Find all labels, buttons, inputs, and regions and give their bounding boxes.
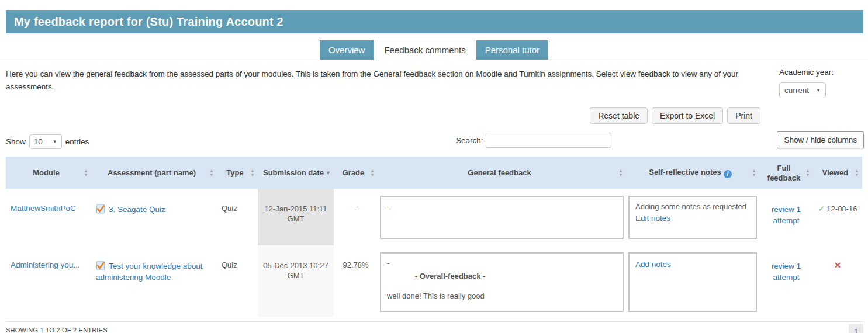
viewed-check-icon: ✓: [818, 204, 825, 213]
col-header-submission-date[interactable]: Submission date ▼: [258, 157, 334, 189]
add-notes-link[interactable]: Add notes: [635, 259, 750, 270]
general-feedback-cell: - - Overall-feedback - well done! This i…: [378, 245, 626, 317]
notes-text: Adding some notes as requested: [635, 202, 750, 212]
chevron-down-icon: ▼: [53, 139, 57, 144]
table-controls: Show 10 ▼ entries Search: Show / hide co…: [0, 127, 868, 154]
tab-bar: Overview Feedback comments Personal tuto…: [0, 40, 868, 60]
assessment-link[interactable]: 3. Seagate Quiz: [109, 205, 165, 214]
academic-year-block: Academic year: current ▼: [779, 68, 862, 98]
full-feedback-cell: review 1 attempt: [759, 245, 813, 317]
table-header-row: Module ▲▼ Assessment (part name) ▲▼ Type…: [6, 157, 862, 189]
search-label: Search:: [456, 136, 483, 145]
grade-cell: 92.78%: [334, 245, 378, 317]
pagination-page-1[interactable]: 1: [849, 324, 863, 333]
sort-icon: ▲▼: [209, 169, 214, 177]
sort-icon: ▲▼: [855, 169, 859, 177]
page-title: My feedback report for (Stu) Training Ac…: [6, 10, 863, 33]
col-header-full-feedback[interactable]: Full feedback ▲▼: [759, 157, 813, 189]
assessment-link[interactable]: Test your knowledge about administering …: [96, 262, 203, 282]
reset-table-button[interactable]: Reset table: [590, 107, 648, 124]
entries-per-page-select[interactable]: 10 ▼: [29, 134, 62, 149]
intro-section: Here you can view the general feedback f…: [0, 60, 868, 98]
search-input[interactable]: [486, 133, 611, 148]
info-icon[interactable]: i: [724, 170, 732, 178]
review-attempt-link[interactable]: review 1 attempt: [772, 262, 801, 282]
module-link[interactable]: MatthewSmithPoC: [11, 204, 76, 213]
table-toolbar: Reset table Export to Excel Print: [0, 107, 868, 124]
type-cell: Quiz: [217, 189, 258, 245]
not-viewed-cross-icon: ✕: [834, 261, 841, 270]
page-description: Here you can view the general feedback f…: [6, 68, 763, 98]
full-feedback-cell: review 1 attempt: [759, 189, 813, 245]
general-feedback-box: -: [380, 196, 624, 239]
show-hide-columns-button[interactable]: Show / hide columns: [777, 131, 864, 148]
assessment-cell: Test your knowledge about administering …: [91, 245, 217, 317]
quiz-icon: [96, 261, 106, 270]
viewed-cell: ✓12-08-16: [813, 189, 862, 245]
sort-icon: ▲▼: [805, 169, 810, 177]
sort-desc-icon: ▼: [326, 168, 331, 178]
search-control: Search:: [456, 133, 611, 148]
feedback-body-text: well done! This is really good: [387, 291, 617, 301]
general-feedback-box: - - Overall-feedback - well done! This i…: [380, 252, 624, 312]
tab-personal-tutor[interactable]: Personal tutor: [476, 40, 548, 60]
edit-notes-link[interactable]: Edit notes: [635, 213, 750, 224]
show-label: Show: [6, 137, 26, 146]
general-feedback-cell: -: [378, 189, 626, 245]
entries-label: entries: [65, 137, 89, 146]
chevron-down-icon: ▼: [816, 88, 821, 93]
overall-feedback-heading: - Overall-feedback -: [387, 271, 513, 282]
col-header-assessment[interactable]: Assessment (part name) ▲▼: [91, 157, 217, 189]
assessment-cell: 3. Seagate Quiz: [91, 189, 217, 245]
module-cell: Administering you...: [6, 245, 91, 317]
notes-box: Adding some notes as requested Edit note…: [628, 196, 757, 239]
academic-year-label: Academic year:: [779, 68, 834, 77]
review-attempt-link[interactable]: review 1 attempt: [772, 205, 801, 225]
tab-overview[interactable]: Overview: [320, 40, 374, 60]
quiz-icon: [96, 204, 106, 214]
notes-box: Add notes: [628, 252, 757, 312]
tab-feedback-comments[interactable]: Feedback comments: [375, 40, 475, 60]
print-button[interactable]: Print: [727, 107, 760, 124]
sort-icon: ▲▼: [618, 169, 623, 177]
module-cell: MatthewSmithPoC: [6, 189, 91, 245]
sort-icon: ▲▼: [250, 169, 255, 177]
col-header-module[interactable]: Module ▲▼: [6, 157, 91, 189]
feedback-table: Module ▲▼ Assessment (part name) ▲▼ Type…: [6, 157, 862, 317]
sort-icon: ▲▼: [752, 169, 756, 177]
col-header-general-feedback[interactable]: General feedback ▲▼: [378, 157, 626, 189]
grade-cell: -: [334, 189, 378, 245]
sort-icon: ▲▼: [370, 169, 375, 177]
page-header-bar: My feedback report for (Stu) Training Ac…: [6, 10, 863, 33]
export-excel-button[interactable]: Export to Excel: [652, 107, 723, 124]
submission-date-cell: 05-Dec-2013 10:27 GMT: [258, 245, 334, 317]
col-header-grade[interactable]: Grade ▲▼: [334, 157, 378, 189]
viewed-date: 12-08-16: [826, 204, 857, 213]
col-header-self-reflective-notes[interactable]: Self-reflective notesi ▲▼: [626, 157, 759, 189]
self-reflective-notes-cell: Adding some notes as requested Edit note…: [626, 189, 759, 245]
viewed-cell: ✕: [813, 245, 862, 317]
module-link[interactable]: Administering you...: [11, 261, 80, 269]
submission-date-cell: 12-Jan-2015 11:11 GMT: [258, 189, 334, 245]
sort-icon: ▲▼: [84, 169, 88, 177]
col-header-viewed[interactable]: Viewed ▲▼: [813, 157, 862, 189]
type-cell: Quiz: [217, 245, 258, 317]
showing-entries-status: SHOWING 1 TO 2 OF 2 ENTRIES: [6, 327, 108, 333]
show-entries-control: Show 10 ▼ entries: [6, 134, 89, 149]
table-footer: SHOWING 1 TO 2 OF 2 ENTRIES 1: [6, 321, 863, 333]
col-header-type[interactable]: Type ▲▼: [217, 157, 258, 189]
self-reflective-notes-cell: Add notes: [626, 245, 759, 317]
academic-year-select[interactable]: current ▼: [779, 82, 826, 98]
table-row: MatthewSmithPoC 3. Seagate Quiz Quiz 12-…: [6, 189, 862, 245]
table-row: Administering you... Test your knowledge…: [6, 245, 862, 317]
